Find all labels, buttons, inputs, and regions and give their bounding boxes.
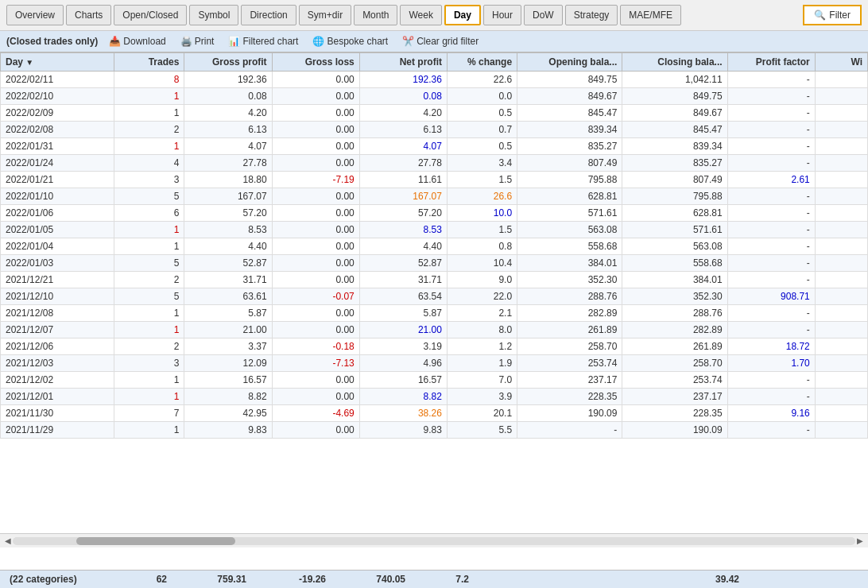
table-cell: 21.00 (359, 322, 447, 338)
table-cell: 4.40 (184, 238, 272, 255)
col-header-gross-loss[interactable]: Gross loss (272, 53, 359, 72)
table-cell: 571.61 (622, 222, 727, 238)
table-cell: 57.20 (359, 205, 447, 222)
table-cell (815, 155, 867, 172)
table-cell: 52.87 (184, 255, 272, 272)
table-row: 2022/01/24427.780.0027.783.4807.49835.27… (1, 155, 868, 172)
col-header---change[interactable]: % change (447, 53, 517, 72)
table-cell: 3.9 (447, 389, 517, 405)
table-cell: 0.00 (272, 138, 359, 155)
table-cell (815, 288, 867, 305)
table-cell: 21.00 (184, 322, 272, 338)
table-cell: 628.81 (622, 205, 727, 222)
col-header-closing-bala---[interactable]: Closing bala... (622, 53, 727, 72)
table-container: Day ▼TradesGross profitGross lossNet pro… (0, 52, 868, 533)
table-cell: - (727, 138, 815, 155)
table-cell (815, 238, 867, 255)
table-cell: 2 (114, 122, 184, 138)
table-row: 2022/02/118192.360.00192.3622.6849.751,0… (1, 72, 868, 88)
bespoke-chart-button[interactable]: 🌐 Bespoke chart (309, 34, 391, 48)
table-cell: 258.70 (517, 338, 622, 355)
table-cell: 2 (114, 272, 184, 288)
print-button[interactable]: 🖨️ Print (177, 34, 218, 48)
table-cell: 5 (114, 188, 184, 205)
table-cell: 2022/02/10 (1, 88, 114, 105)
table-cell: 2021/11/29 (1, 422, 114, 439)
table-cell: - (727, 372, 815, 389)
table-cell: 0.0 (447, 88, 517, 105)
table-cell (815, 272, 867, 288)
table-cell: 4.20 (359, 105, 447, 122)
tab-dow[interactable]: DoW (524, 5, 563, 25)
table-row: 2022/02/0914.200.004.200.5845.47849.67- (1, 105, 868, 122)
col-header-wi[interactable]: Wi (815, 53, 867, 72)
table-cell: 0.00 (272, 322, 359, 338)
tab-symbol[interactable]: Symbol (189, 5, 238, 25)
table-cell: 2022/01/10 (1, 188, 114, 205)
scrollbar-thumb[interactable] (76, 537, 235, 545)
table-cell (815, 255, 867, 272)
scrollbar-track[interactable] (13, 537, 855, 545)
table-cell: 2021/12/07 (1, 322, 114, 338)
table-cell: - (727, 255, 815, 272)
tab-day[interactable]: Day (444, 5, 481, 25)
tab-month[interactable]: Month (354, 5, 397, 25)
table-cell: 9.83 (359, 422, 447, 439)
table-row: 2022/01/03552.870.0052.8710.4384.01558.6… (1, 255, 868, 272)
table-cell: 2022/02/08 (1, 122, 114, 138)
table-cell: 384.01 (622, 272, 727, 288)
table-cell: 563.08 (622, 238, 727, 255)
table-cell: 0.00 (272, 222, 359, 238)
filtered-chart-button[interactable]: 📊 Filtered chart (225, 34, 301, 48)
tab-strategy[interactable]: Strategy (565, 5, 618, 25)
table-row: 2021/12/03312.09-7.134.961.9253.74258.70… (1, 355, 868, 372)
table-cell: 288.76 (622, 305, 727, 322)
table-cell (815, 305, 867, 322)
bespoke-icon: 🌐 (312, 36, 324, 47)
tab-overview[interactable]: Overview (6, 5, 64, 25)
table-cell: 8.53 (359, 222, 447, 238)
col-header-trades[interactable]: Trades (114, 53, 184, 72)
download-button[interactable]: 📥 Download (106, 34, 169, 48)
table-cell: 845.47 (517, 105, 622, 122)
table-cell: 7 (114, 405, 184, 422)
col-header-opening-bala---[interactable]: Opening bala... (517, 53, 622, 72)
table-cell (815, 422, 867, 439)
table-cell: - (727, 205, 815, 222)
scroll-left-button[interactable]: ◀ (3, 536, 13, 545)
table-cell: 0.00 (272, 255, 359, 272)
tab-week[interactable]: Week (400, 5, 441, 25)
tab-mae-mfe[interactable]: MAE/MFE (620, 5, 681, 25)
col-header-net-profit[interactable]: Net profit (359, 53, 447, 72)
tab-sym-dir[interactable]: Sym+dir (299, 5, 351, 25)
table-cell: 2021/11/30 (1, 405, 114, 422)
col-header-profit-factor[interactable]: Profit factor (727, 53, 815, 72)
scroll-right-button[interactable]: ▶ (855, 536, 865, 545)
table-cell (815, 105, 867, 122)
table-cell: 3.4 (447, 155, 517, 172)
col-header-gross-profit[interactable]: Gross profit (184, 53, 272, 72)
table-cell: 2022/01/05 (1, 222, 114, 238)
table-cell: 1.2 (447, 338, 517, 355)
table-cell: 849.67 (622, 105, 727, 122)
table-cell: 2.1 (447, 305, 517, 322)
table-cell: 190.09 (622, 422, 727, 439)
tab-open-closed[interactable]: Open/Closed (114, 5, 187, 25)
tab-hour[interactable]: Hour (483, 5, 521, 25)
table-row: 2022/02/0826.130.006.130.7839.34845.47- (1, 122, 868, 138)
filter-button[interactable]: 🔍 Filter (803, 5, 862, 25)
table-cell: 11.61 (359, 172, 447, 188)
table-cell: 190.09 (517, 405, 622, 422)
data-table: Day ▼TradesGross profitGross lossNet pro… (0, 52, 868, 439)
table-cell: 0.08 (184, 88, 272, 105)
tab-charts[interactable]: Charts (66, 5, 111, 25)
col-header-day[interactable]: Day ▼ (1, 53, 114, 72)
table-cell: 1.70 (727, 355, 815, 372)
clear-grid-button[interactable]: ✂️ Clear grid filter (399, 34, 482, 48)
table-cell: 2022/02/11 (1, 72, 114, 88)
table-cell: 558.68 (517, 238, 622, 255)
table-cell: 2022/01/04 (1, 238, 114, 255)
tab-direction[interactable]: Direction (241, 5, 296, 25)
table-cell: 908.71 (727, 288, 815, 305)
table-row: 2021/12/0118.820.008.823.9228.35237.17- (1, 389, 868, 405)
